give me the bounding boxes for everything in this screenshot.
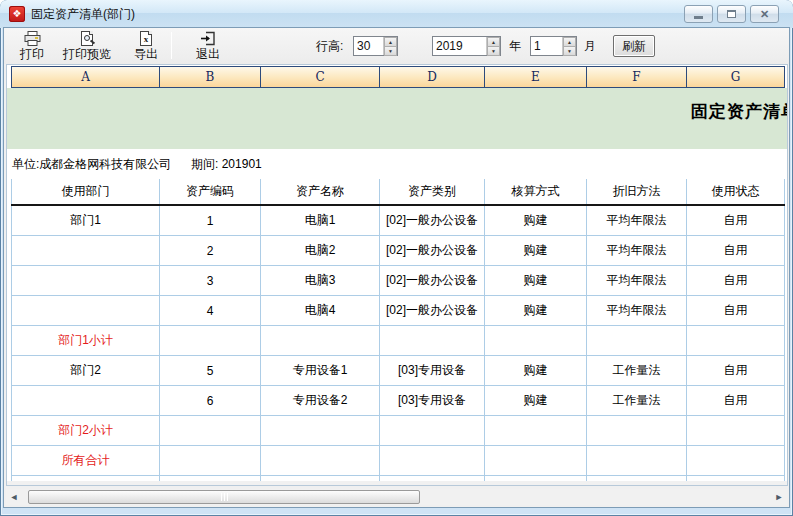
table-cell[interactable]: 电脑3 [261, 266, 380, 295]
table-cell[interactable]: 4 [160, 296, 261, 325]
table-cell[interactable] [587, 416, 687, 445]
table-cell[interactable] [380, 446, 485, 475]
table-cell[interactable]: [02]一般办公设备 [380, 236, 485, 265]
export-button[interactable]: x 导出 [124, 30, 168, 63]
maximize-button[interactable] [717, 5, 746, 23]
table-cell[interactable]: 自用 [687, 356, 785, 385]
month-up-icon[interactable]: ▲ [563, 37, 576, 47]
table-cell[interactable]: 自用 [687, 296, 785, 325]
print-preview-button[interactable]: 打印预览 [54, 30, 120, 63]
table-cell[interactable]: 部门2 [11, 356, 160, 385]
table-cell[interactable] [687, 446, 785, 475]
table-cell[interactable]: 平均年限法 [587, 236, 687, 265]
table-cell[interactable]: [03]专用设备 [380, 356, 485, 385]
year-down-icon[interactable]: ▼ [487, 47, 500, 56]
minimize-button[interactable] [684, 5, 713, 23]
table-cell[interactable] [485, 446, 587, 475]
table-cell[interactable]: 工作量法 [587, 356, 687, 385]
refresh-button[interactable]: 刷新 [613, 35, 655, 57]
table-cell[interactable] [380, 326, 485, 355]
titlebar[interactable]: ❖ 固定资产清单(部门) ✕ [0, 0, 793, 28]
scroll-right-icon[interactable]: ► [771, 489, 787, 505]
table-cell[interactable]: 购建 [485, 206, 587, 235]
year-up-icon[interactable]: ▲ [487, 37, 500, 47]
table-cell[interactable] [485, 326, 587, 355]
table-cell[interactable]: [03]专用设备 [380, 386, 485, 415]
table-cell[interactable]: 购建 [485, 266, 587, 295]
table-cell[interactable] [11, 236, 160, 265]
month-down-icon[interactable]: ▼ [563, 47, 576, 56]
table-cell[interactable]: 购建 [485, 386, 587, 415]
row-height-up-icon[interactable]: ▲ [384, 37, 397, 47]
table-cell[interactable] [261, 326, 380, 355]
table-cell[interactable] [160, 446, 261, 475]
month-input[interactable] [531, 37, 562, 55]
table-cell[interactable] [11, 386, 160, 415]
column-letter-D[interactable]: D [380, 66, 485, 88]
table-cell[interactable]: 电脑2 [261, 236, 380, 265]
table-cell[interactable] [687, 326, 785, 355]
table-cell[interactable]: 自用 [687, 236, 785, 265]
table-cell[interactable]: 电脑1 [261, 206, 380, 235]
table-cell[interactable]: 5 [160, 356, 261, 385]
table-cell[interactable] [261, 446, 380, 475]
row-height-down-icon[interactable]: ▼ [384, 47, 397, 56]
table-header-cell[interactable]: 资产类别 [380, 179, 485, 204]
table-cell[interactable]: 购建 [485, 296, 587, 325]
table-cell[interactable] [587, 446, 687, 475]
column-letter-B[interactable]: B [160, 66, 261, 88]
table-cell[interactable]: 电脑4 [261, 296, 380, 325]
scrollbar-thumb[interactable] [28, 490, 420, 504]
table-cell[interactable]: 自用 [687, 206, 785, 235]
table-cell[interactable]: 所有合计 [11, 446, 160, 475]
table-cell[interactable]: [02]一般办公设备 [380, 296, 485, 325]
table-header-cell[interactable]: 核算方式 [485, 179, 587, 204]
horizontal-scrollbar[interactable]: ◄ ► [6, 489, 787, 505]
table-header-cell[interactable]: 使用状态 [687, 179, 785, 204]
table-cell[interactable] [380, 416, 485, 445]
table-cell[interactable]: 购建 [485, 356, 587, 385]
table-cell[interactable]: 自用 [687, 386, 785, 415]
table-cell[interactable]: 平均年限法 [587, 206, 687, 235]
table-cell[interactable] [160, 416, 261, 445]
table-cell[interactable]: 平均年限法 [587, 296, 687, 325]
table-cell[interactable]: 部门1小计 [11, 326, 160, 355]
column-letter-F[interactable]: F [587, 66, 687, 88]
table-cell[interactable]: 2 [160, 236, 261, 265]
table-cell[interactable] [485, 416, 587, 445]
row-height-input[interactable] [354, 37, 383, 55]
table-header-cell[interactable]: 折旧方法 [587, 179, 687, 204]
year-input[interactable] [433, 37, 486, 55]
table-cell[interactable] [11, 296, 160, 325]
table-cell[interactable] [11, 266, 160, 295]
table-cell[interactable]: 专用设备2 [261, 386, 380, 415]
table-cell[interactable] [261, 416, 380, 445]
table-header-cell[interactable]: 资产编码 [160, 179, 261, 204]
exit-button[interactable]: 退出 [185, 30, 231, 63]
column-letter-C[interactable]: C [261, 66, 380, 88]
table-cell[interactable]: 部门2小计 [11, 416, 160, 445]
table-cell[interactable]: 部门1 [11, 206, 160, 235]
column-letter-A[interactable]: A [11, 66, 160, 88]
table-cell[interactable]: 6 [160, 386, 261, 415]
column-letter-E[interactable]: E [485, 66, 587, 88]
table-cell[interactable]: [02]一般办公设备 [380, 266, 485, 295]
export-icon: x [140, 30, 152, 47]
table-cell[interactable]: [02]一般办公设备 [380, 206, 485, 235]
table-cell[interactable]: 专用设备1 [261, 356, 380, 385]
table-cell[interactable] [587, 326, 687, 355]
column-letter-G[interactable]: G [687, 66, 785, 88]
table-cell[interactable]: 自用 [687, 266, 785, 295]
table-cell[interactable]: 平均年限法 [587, 266, 687, 295]
scroll-left-icon[interactable]: ◄ [6, 489, 22, 505]
print-button[interactable]: 打印 [10, 30, 54, 63]
table-cell[interactable]: 3 [160, 266, 261, 295]
table-header-cell[interactable]: 资产名称 [261, 179, 380, 204]
table-cell[interactable] [687, 416, 785, 445]
table-cell[interactable]: 1 [160, 206, 261, 235]
table-header-cell[interactable]: 使用部门 [11, 179, 160, 204]
close-button[interactable]: ✕ [750, 5, 779, 23]
table-cell[interactable]: 购建 [485, 236, 587, 265]
table-cell[interactable]: 工作量法 [587, 386, 687, 415]
table-cell[interactable] [160, 326, 261, 355]
